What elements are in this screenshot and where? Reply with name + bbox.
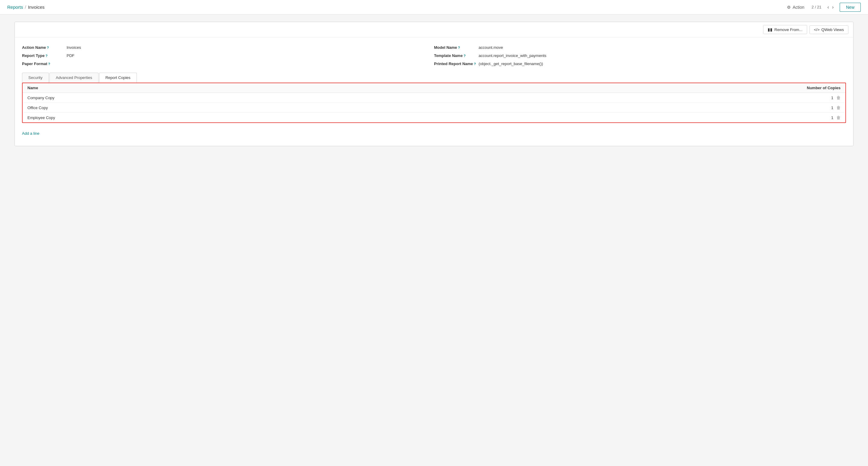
breadcrumb-parent[interactable]: Reports bbox=[7, 4, 23, 10]
report-type-label: Report Type ? bbox=[22, 53, 64, 58]
report-type-help-icon[interactable]: ? bbox=[45, 54, 48, 58]
row-0-name: Company Copy bbox=[27, 96, 55, 100]
next-button[interactable]: › bbox=[831, 4, 835, 10]
form-card: ▮▮ Remove From... </> QWeb Views Action … bbox=[14, 22, 854, 146]
template-name-value: account.report_invoice_with_payments bbox=[478, 53, 547, 58]
row-2-delete-icon[interactable]: 🗑 bbox=[836, 115, 841, 120]
card-toolbar: ▮▮ Remove From... </> QWeb Views bbox=[15, 22, 853, 37]
action-name-label: Action Name ? bbox=[22, 45, 64, 50]
tabs: Security Advanced Properties Report Copi… bbox=[22, 73, 846, 83]
minus-icon: ▮▮ bbox=[768, 27, 772, 32]
add-line-button[interactable]: Add a line bbox=[22, 131, 39, 136]
row-0-copies-value: 1 bbox=[831, 96, 833, 100]
template-name-row: Template Name ? account.report_invoice_w… bbox=[434, 52, 846, 60]
main-content: ▮▮ Remove From... </> QWeb Views Action … bbox=[0, 14, 868, 153]
table-row[interactable]: Employee Copy 1 🗑 bbox=[23, 113, 845, 122]
report-type-row: Report Type ? PDF bbox=[22, 52, 434, 60]
qweb-views-button[interactable]: </> QWeb Views bbox=[809, 25, 848, 34]
col-copies-header: Number of Copies bbox=[807, 86, 841, 90]
paper-format-help-icon[interactable]: ? bbox=[48, 62, 50, 66]
gear-icon: ⚙ bbox=[787, 5, 791, 10]
row-2-name: Employee Copy bbox=[27, 116, 55, 120]
nav-arrows: ‹ › bbox=[826, 4, 835, 10]
code-icon: </> bbox=[814, 27, 820, 32]
add-line-container: Add a line bbox=[15, 128, 853, 139]
top-bar-actions: ⚙ Action 2 / 21 ‹ › New bbox=[784, 3, 861, 12]
row-1-copies-value: 1 bbox=[831, 105, 833, 110]
breadcrumb: Reports / Invoices bbox=[7, 4, 44, 10]
model-name-value: account.move bbox=[478, 45, 503, 50]
printed-report-name-row: Printed Report Name ? (object._get_repor… bbox=[434, 60, 846, 68]
table-row[interactable]: Company Copy 1 🗑 bbox=[23, 93, 845, 103]
breadcrumb-separator: / bbox=[25, 4, 26, 10]
left-fields: Action Name ? Invoices Report Type ? PDF… bbox=[22, 43, 434, 68]
action-label: Action bbox=[793, 5, 804, 10]
tabs-container: Security Advanced Properties Report Copi… bbox=[15, 73, 853, 83]
qweb-views-label: QWeb Views bbox=[821, 27, 844, 32]
tab-security[interactable]: Security bbox=[22, 73, 49, 83]
model-name-label: Model Name ? bbox=[434, 45, 476, 50]
top-bar: Reports / Invoices ⚙ Action 2 / 21 ‹ › N… bbox=[0, 0, 868, 14]
action-button[interactable]: ⚙ Action bbox=[784, 4, 807, 11]
new-button[interactable]: New bbox=[840, 3, 861, 12]
action-name-value: Invoices bbox=[67, 45, 81, 50]
model-name-row: Model Name ? account.move bbox=[434, 43, 846, 52]
row-1-name: Office Copy bbox=[27, 105, 48, 110]
row-0-delete-icon[interactable]: 🗑 bbox=[836, 95, 841, 100]
tab-report-copies[interactable]: Report Copies bbox=[99, 73, 137, 83]
template-name-help-icon[interactable]: ? bbox=[464, 54, 466, 58]
remove-from-label: Remove From... bbox=[774, 27, 802, 32]
action-name-row: Action Name ? Invoices bbox=[22, 43, 434, 52]
remove-from-button[interactable]: ▮▮ Remove From... bbox=[763, 25, 807, 34]
right-fields: Model Name ? account.move Template Name … bbox=[434, 43, 846, 68]
row-1-copies-container: 1 🗑 bbox=[831, 105, 841, 110]
report-copies-table: Name Number of Copies Company Copy 1 🗑 O… bbox=[22, 83, 846, 123]
table-header: Name Number of Copies bbox=[23, 83, 845, 93]
form-fields: Action Name ? Invoices Report Type ? PDF… bbox=[15, 37, 853, 73]
row-2-copies-value: 1 bbox=[831, 116, 833, 120]
action-name-help-icon[interactable]: ? bbox=[47, 46, 49, 50]
col-name-header: Name bbox=[27, 86, 38, 90]
template-name-label: Template Name ? bbox=[434, 53, 476, 58]
printed-report-name-help-icon[interactable]: ? bbox=[474, 62, 476, 66]
paper-format-label: Paper Format ? bbox=[22, 61, 64, 66]
bottom-spacer bbox=[15, 139, 853, 146]
report-type-value: PDF bbox=[67, 53, 74, 58]
printed-report-name-value: (object._get_report_base_filename()) bbox=[478, 61, 543, 66]
paper-format-row: Paper Format ? bbox=[22, 60, 434, 68]
row-0-copies-container: 1 🗑 bbox=[831, 95, 841, 100]
printed-report-name-label: Printed Report Name ? bbox=[434, 61, 476, 66]
row-2-copies-container: 1 🗑 bbox=[831, 115, 841, 120]
prev-button[interactable]: ‹ bbox=[826, 4, 830, 10]
breadcrumb-current: Invoices bbox=[28, 4, 44, 10]
tab-advanced-properties[interactable]: Advanced Properties bbox=[50, 73, 98, 83]
nav-counter: 2 / 21 bbox=[812, 5, 822, 9]
row-1-delete-icon[interactable]: 🗑 bbox=[836, 105, 841, 110]
model-name-help-icon[interactable]: ? bbox=[458, 46, 460, 50]
table-row[interactable]: Office Copy 1 🗑 bbox=[23, 103, 845, 113]
